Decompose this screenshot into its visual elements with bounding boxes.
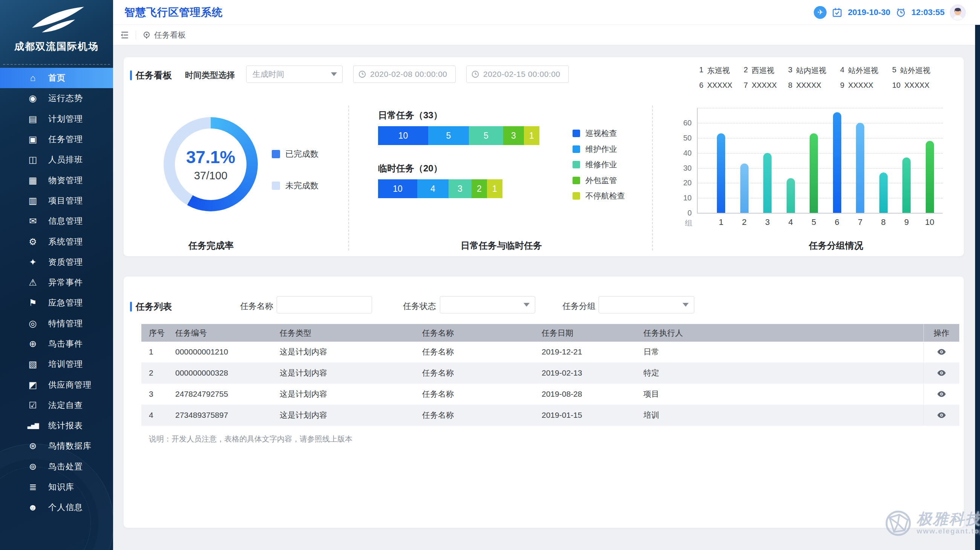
sidebar-item-qualification-management[interactable]: ✦资质管理 bbox=[0, 252, 113, 273]
legend-swatch-done bbox=[272, 150, 280, 158]
table-cell: 1 bbox=[142, 342, 168, 362]
view-detail-eye-icon[interactable] bbox=[937, 368, 947, 378]
table-cell: 2019-08-28 bbox=[534, 384, 636, 404]
sidebar-item-bird-strike-disposal[interactable]: ⊚鸟击处置 bbox=[0, 456, 113, 477]
table-row[interactable]: 2000000000328这是计划内容任务名称2019-02-13特定 bbox=[142, 362, 959, 384]
y-tick-label: 30 bbox=[665, 163, 692, 172]
table-cell: 这是计划内容 bbox=[272, 404, 415, 426]
sidebar-item-special-situation[interactable]: ◎特情管理 bbox=[0, 314, 113, 334]
sidebar-item-bird-strike-events[interactable]: ⊕鸟击事件 bbox=[0, 334, 113, 354]
table-cell: 任务名称 bbox=[415, 342, 534, 362]
table-cell: 000000001210 bbox=[168, 342, 272, 362]
table-cell: 任务名称 bbox=[415, 362, 534, 384]
view-detail-eye-icon[interactable] bbox=[937, 347, 947, 357]
view-detail-eye-icon[interactable] bbox=[937, 410, 947, 420]
sidebar-item-plan-management[interactable]: ▤计划管理 bbox=[0, 109, 113, 129]
task-group-select[interactable] bbox=[598, 296, 694, 314]
sidebar-item-statistical-reports[interactable]: ▃▅▇统计报表 bbox=[0, 415, 113, 436]
sidebar-item-system-management[interactable]: ⚙系统管理 bbox=[0, 231, 113, 252]
x-axis-unit-label: 组 bbox=[685, 218, 692, 228]
sidebar-item-project-management[interactable]: ▥项目管理 bbox=[0, 190, 113, 211]
sidebar-item-abnormal-events[interactable]: ⚠异常事件 bbox=[0, 273, 113, 293]
watermark-url: www.elegant.top bbox=[917, 527, 980, 535]
group-legend-item: 1东巡视 bbox=[699, 65, 744, 76]
table-cell: 3 bbox=[142, 384, 168, 404]
sidebar-item-material-management[interactable]: ▦物资管理 bbox=[0, 170, 113, 190]
legend-swatch bbox=[573, 161, 580, 168]
task-list-title: 任务列表 bbox=[130, 301, 172, 313]
app-title: 智慧飞行区管理系统 bbox=[124, 5, 223, 20]
sidebar-item-bird-database[interactable]: ⊛鸟情数据库 bbox=[0, 436, 113, 456]
time-type-select[interactable]: 生成时间 bbox=[246, 65, 343, 83]
task-list-card: 任务列表 任务名称 任务状态 任务分组 序号任务编号任务类型任务名称任务日期任务… bbox=[124, 276, 964, 528]
sidebar-item-training-management[interactable]: ▧培训管理 bbox=[0, 354, 113, 374]
sidebar-item-operation-status[interactable]: ◉运行态势 bbox=[0, 88, 113, 108]
sidebar-item-knowledge-base[interactable]: ≣知识库 bbox=[0, 477, 113, 497]
sidebar-item-staff-scheduling[interactable]: ◫人员排班 bbox=[0, 149, 113, 170]
sidebar-item-information-management[interactable]: ✉信息管理 bbox=[0, 211, 113, 231]
sidebar-item-label: 运行态势 bbox=[48, 93, 83, 104]
chevron-down-icon bbox=[682, 303, 689, 307]
x-tick-label: 4 bbox=[780, 217, 802, 227]
bird-target-icon: ⊕ bbox=[26, 339, 39, 349]
sidebar-item-statutory-self-check[interactable]: ☑法定自查 bbox=[0, 395, 113, 415]
right-edge-strip bbox=[975, 25, 980, 550]
flight-mode-icon[interactable]: ✈ bbox=[814, 6, 827, 19]
task-name-input[interactable] bbox=[277, 296, 372, 314]
medal-icon: ✦ bbox=[26, 257, 39, 268]
sidebar-item-home[interactable]: ⌂首页 bbox=[0, 68, 113, 88]
table-row[interactable]: 4273489375897这是计划内容任务名称2019-01-15培训 bbox=[142, 404, 959, 426]
date-to-value: 2020-02-15 00:00:00 bbox=[483, 70, 560, 79]
y-axis bbox=[697, 108, 698, 213]
sidebar-item-supplier-management[interactable]: ◩供应商管理 bbox=[0, 374, 113, 395]
view-detail-eye-icon[interactable] bbox=[937, 389, 947, 399]
sidebar-item-label: 人员排班 bbox=[48, 154, 83, 165]
task-status-select[interactable] bbox=[440, 296, 535, 314]
time-type-value: 生成时间 bbox=[253, 69, 284, 79]
dev-note: 说明：开发人员注意，表格的具体文字内容，请参照线上版本 bbox=[149, 434, 352, 444]
sidebar-item-task-management[interactable]: ▣任务管理 bbox=[0, 129, 113, 149]
legend-swatch-undone bbox=[272, 182, 280, 190]
x-tick-label: 10 bbox=[919, 217, 941, 227]
title-accent-bar bbox=[130, 302, 132, 312]
airport-name: 成都双流国际机场 bbox=[0, 40, 113, 53]
column-header: 任务日期 bbox=[534, 324, 636, 342]
table-row[interactable]: 3247824792755这是计划内容任务名称2019-08-28项目 bbox=[142, 384, 959, 404]
y-tick-label: 40 bbox=[665, 148, 692, 157]
legend-swatch bbox=[573, 177, 580, 184]
date-from-input[interactable]: 2020-02-08 00:00:00 bbox=[353, 65, 456, 83]
table-cell: 2019-01-15 bbox=[534, 404, 636, 426]
task-type-legend-item: 维护作业 bbox=[573, 144, 617, 154]
sidebar-item-label: 项目管理 bbox=[48, 195, 83, 206]
sidebar-item-label: 鸟击事件 bbox=[48, 338, 83, 350]
group-number-legend: 1东巡视2西巡视3站内巡视4站外巡视5站外巡视6XXXXX7XXXXX8XXXX… bbox=[699, 65, 945, 90]
bar-group-8 bbox=[879, 173, 888, 213]
clock-icon bbox=[896, 7, 906, 18]
y-tick-label: 0 bbox=[665, 209, 692, 217]
stacked-segment: 5 bbox=[469, 126, 503, 145]
stacked-segment: 5 bbox=[428, 126, 469, 145]
legend-label-undone: 未完成数 bbox=[285, 180, 318, 191]
sidebar-item-label: 统计报表 bbox=[48, 420, 83, 431]
siren-icon: ⚑ bbox=[26, 298, 39, 308]
gridline bbox=[697, 138, 943, 139]
y-tick-label: 10 bbox=[665, 193, 692, 202]
sidebar-collapse-icon[interactable] bbox=[120, 30, 130, 40]
y-tick-label: 60 bbox=[665, 119, 692, 127]
date-to-input[interactable]: 2020-02-15 00:00:00 bbox=[466, 65, 569, 83]
task-table: 序号任务编号任务类型任务名称任务日期任务执行人操作 1000000001210这… bbox=[142, 324, 959, 426]
legend-label: 维护作业 bbox=[585, 144, 617, 154]
legend-swatch bbox=[573, 192, 580, 200]
user-avatar[interactable] bbox=[950, 5, 966, 21]
column-header: 任务执行人 bbox=[636, 324, 923, 342]
sidebar-divider bbox=[3, 64, 110, 65]
breadcrumb-current: 任务看板 bbox=[154, 30, 186, 40]
sidebar-item-emergency-management[interactable]: ⚑应急管理 bbox=[0, 293, 113, 313]
date-from-value: 2020-02-08 00:00:00 bbox=[370, 70, 447, 79]
sidebar-item-personal-info[interactable]: ☻个人信息 bbox=[0, 497, 113, 518]
home-icon: ⌂ bbox=[26, 73, 39, 83]
sidebar-item-label: 应急管理 bbox=[48, 297, 83, 309]
breadcrumb: 任务看板 bbox=[142, 30, 186, 40]
table-row[interactable]: 1000000001210这是计划内容任务名称2019-12-21日常 bbox=[142, 342, 959, 362]
table-cell: 000000000328 bbox=[168, 362, 272, 384]
